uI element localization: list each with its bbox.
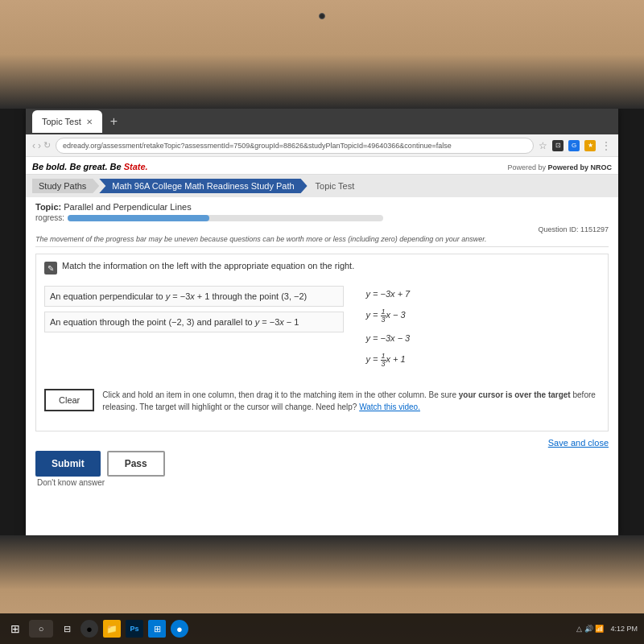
topic-line: Topic: Parallel and Perpendicular Lines (35, 202, 609, 212)
matching-table: An equation perpendicular to y = −3x + 1… (44, 283, 600, 378)
bookmark-icon[interactable]: ☆ (539, 140, 547, 151)
question-box: ✎ Match the information on the left with… (35, 254, 609, 431)
save-close-link[interactable]: Save and close (548, 438, 609, 448)
progress-bar (68, 215, 383, 221)
tab-title: Topic Test (42, 117, 81, 126)
pass-button[interactable]: Pass (107, 451, 165, 477)
refresh-button[interactable]: ↻ (43, 140, 51, 151)
explorer-icon[interactable]: 📁 (103, 620, 121, 638)
new-tab-button[interactable]: + (105, 114, 122, 129)
camera (319, 13, 325, 19)
instructions-box: Clear Click and hold an item in one colu… (44, 384, 600, 418)
right-item-3[interactable]: y = −3x − 3 (366, 330, 601, 349)
forward-button[interactable]: › (38, 140, 41, 151)
tab-bar: Topic Test ✕ + (32, 110, 122, 133)
browser-chrome: Topic Test ✕ + (26, 109, 618, 134)
breadcrumb-topic-test[interactable]: Topic Test (308, 179, 363, 193)
left-item-2[interactable]: An equation through the point (−2, 3) an… (44, 312, 344, 332)
taskbar-right: △ 🔊 📶 4:12 PM (576, 625, 638, 633)
breadcrumb-study-paths[interactable]: Study Paths (32, 179, 99, 193)
system-tray-icons: △ 🔊 📶 (576, 625, 604, 633)
question-instruction: ✎ Match the information on the left with… (44, 261, 600, 275)
action-button-row: Submit Pass (35, 451, 165, 477)
left-column: An equation perpendicular to y = −3x + 1… (44, 283, 350, 378)
powered-by: Powered by Powered by NROC (507, 159, 612, 173)
content-area: Topic: Parallel and Perpendicular Lines … (26, 197, 618, 497)
progress-fill (68, 215, 209, 221)
url-text: edready.org/assessment/retakeTopic?asses… (63, 142, 452, 150)
taskbar-view-button[interactable]: ⊟ (58, 620, 76, 638)
photoshop-icon[interactable]: Ps (126, 620, 143, 638)
active-tab[interactable]: Topic Test ✕ (32, 110, 102, 133)
dont-know-text: Don't know answer (37, 478, 165, 487)
browser-window: Topic Test ✕ + ‹ › ↻ edready.org/assessm… (26, 109, 618, 535)
edge-icon[interactable]: ● (171, 620, 188, 638)
pencil-icon: ✎ (44, 262, 57, 275)
watch-video-link[interactable]: Watch this video. (359, 402, 420, 411)
address-bar-row: ‹ › ↻ edready.org/assessment/retakeTopic… (26, 134, 618, 157)
right-item-2[interactable]: y = 13x − 3 (366, 305, 601, 330)
back-button[interactable]: ‹ (32, 140, 35, 151)
right-item-4[interactable]: y = 13x + 1 (366, 349, 601, 374)
submit-button[interactable]: Submit (35, 451, 101, 477)
taskbar-left: ⊞ ○ ⊟ ● 📁 Ps ⊞ ● (6, 620, 188, 638)
progress-note: The movement of the progress bar may be … (35, 235, 609, 247)
url-bar[interactable]: edready.org/assessment/retakeTopic?asses… (56, 138, 534, 154)
tab-close-icon[interactable]: ✕ (86, 118, 93, 126)
right-column: y = −3x + 7 y = 13x − 3 y = −3x − 3 y = … (350, 283, 601, 378)
search-bar-taskbar[interactable]: ○ (29, 620, 53, 638)
site-logo: Be bold. Be great. Be State. (32, 159, 148, 173)
windows-start-button[interactable]: ⊞ (6, 620, 24, 638)
clear-button[interactable]: Clear (44, 389, 94, 411)
instructions-text: Click and hold an item in one column, th… (102, 389, 600, 413)
breadcrumb-math-path[interactable]: Math 96A College Math Readiness Study Pa… (99, 179, 307, 193)
chrome-icon[interactable]: ● (80, 620, 98, 638)
menu-icon[interactable]: ⋮ (601, 139, 612, 152)
extension-icon-3[interactable]: ★ (584, 140, 596, 151)
right-item-1[interactable]: y = −3x + 7 (366, 286, 601, 305)
breadcrumb: Study Paths Math 96A College Math Readin… (26, 175, 618, 197)
extension-icon-1[interactable]: ⊡ (552, 140, 564, 151)
left-item-1[interactable]: An equation perpendicular to y = −3x + 1… (44, 286, 344, 307)
site-header: Be bold. Be great. Be State. Powered by … (26, 157, 618, 175)
clock: 4:12 PM (610, 625, 638, 633)
extension-icon-2[interactable]: G (568, 140, 580, 151)
taskbar: ⊞ ○ ⊟ ● 📁 Ps ⊞ ● △ 🔊 (0, 613, 644, 644)
progress-label: rogress: (35, 213, 64, 222)
store-icon[interactable]: ⊞ (148, 620, 166, 638)
question-id: Question ID: 1151297 (35, 225, 609, 233)
